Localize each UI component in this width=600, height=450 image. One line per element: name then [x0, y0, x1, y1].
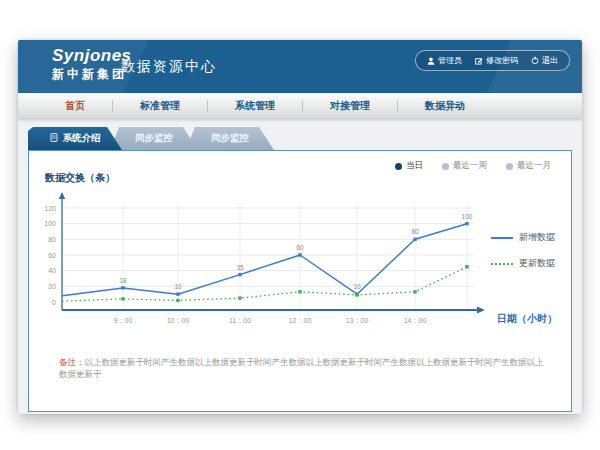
nav-item-standard-mgmt[interactable]: 标准管理	[113, 99, 207, 113]
company-logo[interactable]: Synjones 新中新集团	[52, 47, 132, 80]
admin-user-label: 管理员	[438, 55, 462, 66]
footnote-label: 备注：	[59, 357, 85, 367]
point-label: 80	[411, 228, 419, 235]
range-option-today[interactable]: 当日	[395, 160, 423, 172]
time-range-group: 当日 最近一周 最近一月	[395, 160, 551, 172]
x-tick-label: 13：00	[346, 317, 369, 324]
x-tick-label: 9：00	[114, 317, 133, 324]
logo-cn-text: 新中新集团	[52, 68, 132, 80]
data-point-marker	[176, 292, 179, 295]
point-label: 10	[353, 283, 361, 290]
x-tick-label: 14：00	[404, 317, 427, 324]
legend-item-update-data: 更新数据	[491, 257, 555, 270]
main-nav: 首页 标准管理 系统管理 对接管理 数据异动	[18, 93, 582, 118]
point-label: 60	[296, 244, 304, 251]
point-label: 100	[462, 213, 473, 220]
change-password-label: 修改密码	[486, 55, 518, 66]
y-tick-label: 120	[44, 205, 56, 212]
data-point-marker	[121, 286, 124, 289]
app-window: Synjones 新中新集团 数据资源中心 管理员 修改密码 退出	[18, 40, 582, 414]
x-tick-label: 11：00	[229, 317, 251, 324]
change-password-button[interactable]: 修改密码	[475, 55, 518, 66]
admin-user-button[interactable]: 管理员	[427, 55, 462, 66]
point-label: 35	[236, 264, 244, 271]
y-axis-title: 数据交换（条）	[45, 171, 115, 185]
range-option-last-week[interactable]: 最近一周	[442, 160, 487, 172]
solid-line-swatch-icon	[491, 237, 513, 239]
user-menu: 管理员 修改密码 退出	[415, 50, 570, 71]
tab-sync-monitor-2[interactable]: 同步监控	[186, 127, 274, 150]
range-option-label: 最近一月	[517, 160, 551, 172]
legend-label: 新增数据	[519, 231, 555, 244]
tab-sync-monitor-1[interactable]: 同步监控	[110, 127, 198, 150]
tab-label: 同步监控	[135, 132, 173, 145]
nav-item-home[interactable]: 首页	[38, 99, 112, 113]
y-tick-label: 0	[52, 299, 56, 306]
footnote: 备注：以上数据更新于时间产生数据以上数据更新于时间产生数据以上数据更新于时间产生…	[59, 357, 549, 381]
content-area: 系统介绍 同步监控 同步监控 当日 最近一周	[18, 118, 582, 414]
y-tick-label: 60	[48, 252, 56, 259]
app-header: Synjones 新中新集团 数据资源中心 管理员 修改密码 退出	[18, 40, 582, 93]
power-icon	[531, 56, 539, 65]
data-point-marker	[465, 222, 468, 225]
logo-en-text: Synjones	[52, 47, 132, 64]
y-axis-arrow-icon	[59, 192, 65, 199]
data-point-marker	[298, 290, 301, 293]
point-label: 18	[119, 277, 127, 284]
tab-label: 系统介绍	[63, 132, 101, 145]
chart-panel: 当日 最近一周 最近一月 数据交换（条） 日期（小时） 020406080100…	[28, 150, 572, 412]
nav-item-system-mgmt[interactable]: 系统管理	[208, 99, 302, 113]
nav-item-data-change[interactable]: 数据异动	[398, 99, 492, 113]
tab-system-intro[interactable]: 系统介绍	[28, 127, 122, 150]
footnote-text: 以上数据更新于时间产生数据以上数据更新于时间产生数据以上数据更新于时间产生数据以…	[59, 357, 544, 379]
tab-label: 同步监控	[211, 132, 249, 145]
data-point-marker	[238, 296, 241, 299]
legend-label: 更新数据	[519, 257, 555, 270]
y-tick-label: 80	[48, 236, 56, 243]
tab-bar: 系统介绍 同步监控 同步监控	[28, 127, 582, 150]
range-option-label: 当日	[406, 160, 423, 172]
edit-icon	[475, 57, 483, 65]
user-icon	[427, 57, 435, 65]
data-point-marker	[413, 238, 416, 241]
x-axis-title: 日期（小时）	[497, 312, 557, 326]
x-axis-arrow-icon	[477, 307, 485, 314]
y-tick-label: 100	[44, 220, 56, 227]
dotted-line-swatch-icon	[491, 263, 513, 265]
x-tick-label: 12：00	[289, 317, 312, 324]
data-point-marker	[298, 253, 301, 256]
point-label: 10	[174, 283, 182, 290]
data-point-marker	[176, 299, 179, 302]
range-option-last-month[interactable]: 最近一月	[506, 160, 551, 172]
nav-item-interface-mgmt[interactable]: 对接管理	[303, 99, 397, 113]
data-point-marker	[413, 290, 416, 293]
logout-label: 退出	[542, 55, 558, 66]
chart-legend: 新增数据 更新数据	[491, 231, 555, 270]
range-option-label: 最近一周	[453, 160, 487, 172]
data-point-marker	[121, 297, 124, 300]
data-point-marker	[355, 293, 358, 296]
radio-dot-icon	[442, 163, 449, 170]
data-point-marker	[238, 273, 241, 276]
x-tick-label: 10：00	[167, 317, 190, 324]
data-point-marker	[465, 265, 468, 268]
radio-dot-icon	[506, 163, 513, 170]
app-title: 数据资源中心	[121, 58, 217, 76]
y-tick-label: 40	[48, 267, 56, 274]
legend-item-new-data: 新增数据	[491, 231, 555, 244]
logout-button[interactable]: 退出	[531, 55, 558, 66]
radio-dot-icon	[395, 163, 402, 170]
y-tick-label: 20	[48, 283, 56, 290]
document-icon	[50, 133, 58, 144]
